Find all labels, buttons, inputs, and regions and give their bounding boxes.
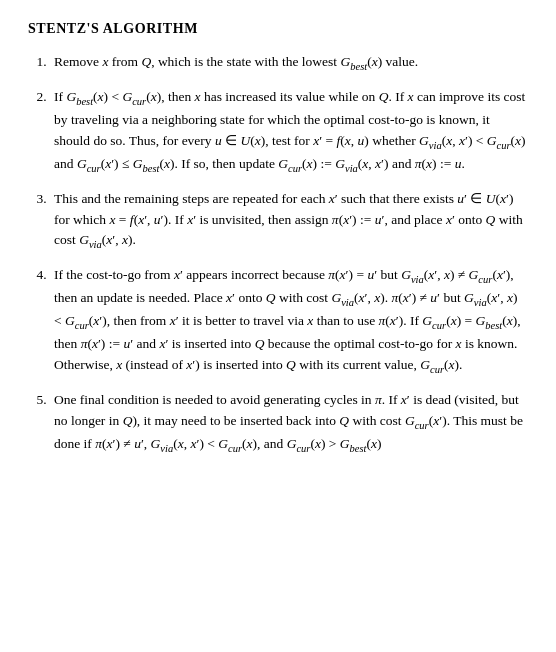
list-item-1: Remove x from Q, which is the state with…	[50, 52, 528, 75]
list-item-5: One final condition is needed to avoid g…	[50, 390, 528, 457]
page-title: STENTZ'S ALGORITHM	[28, 18, 528, 40]
list-item-4: If the cost-to-go from x′ appears incorr…	[50, 265, 528, 378]
list-item-2: If Gbest(x) < Gcur(x), then x has increa…	[50, 87, 528, 177]
algorithm-list: Remove x from Q, which is the state with…	[28, 52, 528, 458]
list-item-3: This and the remaining steps are repeate…	[50, 189, 528, 254]
